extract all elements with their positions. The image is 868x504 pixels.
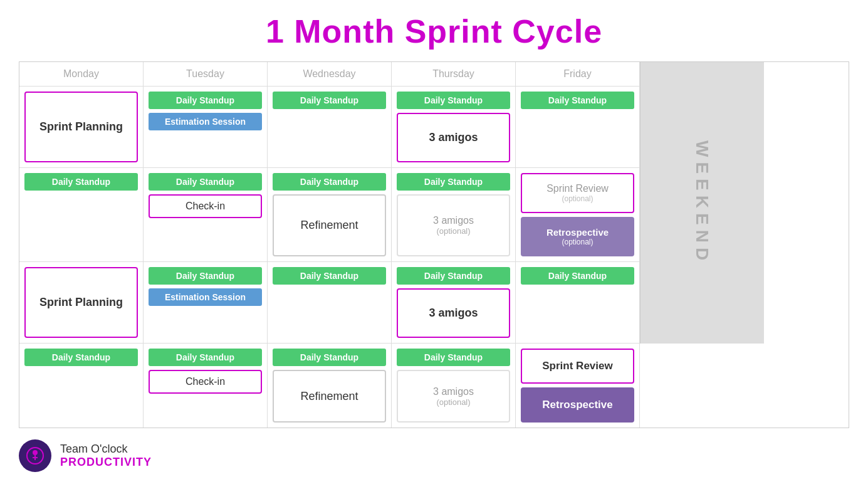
checkin-2: Check-in [149,370,262,394]
row4-thursday: Daily Standup 3 amigos (optional) [392,344,516,428]
sprint-review-optional: Sprint Review (optional) [521,173,634,213]
daily-standup-thu-1: Daily Standup [397,92,510,109]
row3-monday: Sprint Planning [19,262,144,344]
footer-brand-tagline: PRODUCTIVITY [60,456,152,469]
daily-standup-tue-4: Daily Standup [149,349,262,366]
col-header-weekend: WEEKEND [640,62,764,344]
col-header-thursday: Thursday [392,62,516,87]
col-header-wednesday: Wednesday [268,62,392,87]
row2-friday: Sprint Review (optional) Retrospective (… [516,168,640,262]
daily-standup-mon-4: Daily Standup [24,349,138,366]
retrospective-optional: Retrospective (optional) [521,217,634,256]
daily-standup-tue-1: Daily Standup [149,92,262,109]
row1-friday: Daily Standup [516,87,640,168]
page-title: 1 Month Sprint Cycle [266,13,602,50]
three-amigos-optional-1: 3 amigos (optional) [397,194,510,256]
footer-brand: Team O'clock PRODUCTIVITY [60,443,152,469]
estimation-session-1: Estimation Session [149,113,262,130]
estimation-session-2: Estimation Session [149,288,262,306]
daily-standup-thu-4: Daily Standup [397,349,510,366]
row2-tuesday: Daily Standup Check-in [144,168,268,262]
row3-wednesday: Daily Standup [268,262,392,344]
logo-icon [26,446,44,465]
svg-point-1 [33,450,38,455]
sprint-planning-2: Sprint Planning [24,267,138,338]
footer-brand-name: Team O'clock [60,443,152,456]
sprint-planning-1: Sprint Planning [24,92,138,162]
daily-standup-thu-2: Daily Standup [397,173,510,191]
daily-standup-fri-3: Daily Standup [521,267,634,285]
daily-standup-wed-1: Daily Standup [273,92,386,109]
row4-monday: Daily Standup [19,344,144,428]
row2-wednesday: Daily Standup Refinement [268,168,392,262]
col-header-friday: Friday [516,62,640,87]
row4-friday: Sprint Review Retrospective [516,344,640,428]
daily-standup-tue-2: Daily Standup [149,173,262,191]
row1-monday: Sprint Planning [19,87,144,168]
footer: Team O'clock PRODUCTIVITY [19,439,849,472]
row4-wednesday: Daily Standup Refinement [268,344,392,428]
three-amigos-optional-2: 3 amigos (optional) [397,370,510,423]
checkin-1: Check-in [149,194,262,218]
row4-tuesday: Daily Standup Check-in [144,344,268,428]
col-header-monday: Monday [19,62,144,87]
three-amigos-2: 3 amigos [397,288,510,338]
row1-wednesday: Daily Standup [268,87,392,168]
row1-tuesday: Daily Standup Estimation Session [144,87,268,168]
daily-standup-wed-2: Daily Standup [273,173,386,191]
calendar-grid: Monday Tuesday Wednesday Thursday Friday… [19,61,849,428]
sprint-review-final: Sprint Review [521,349,634,384]
refinement-2: Refinement [273,370,386,423]
refinement-1: Refinement [273,194,386,256]
daily-standup-tue-3: Daily Standup [149,267,262,285]
daily-standup-wed-3: Daily Standup [273,267,386,285]
row3-friday: Daily Standup [516,262,640,344]
daily-standup-mon-2: Daily Standup [24,173,138,191]
row3-thursday: Daily Standup 3 amigos [392,262,516,344]
daily-standup-fri-1: Daily Standup [521,92,634,109]
retrospective-final: Retrospective [521,387,634,423]
row3-tuesday: Daily Standup Estimation Session [144,262,268,344]
daily-standup-wed-4: Daily Standup [273,349,386,366]
row2-thursday: Daily Standup 3 amigos (optional) [392,168,516,262]
col-header-tuesday: Tuesday [144,62,268,87]
row2-monday: Daily Standup [19,168,144,262]
daily-standup-thu-3: Daily Standup [397,267,510,285]
logo [19,439,51,472]
row1-thursday: Daily Standup 3 amigos [392,87,516,168]
three-amigos-1: 3 amigos [397,113,510,162]
